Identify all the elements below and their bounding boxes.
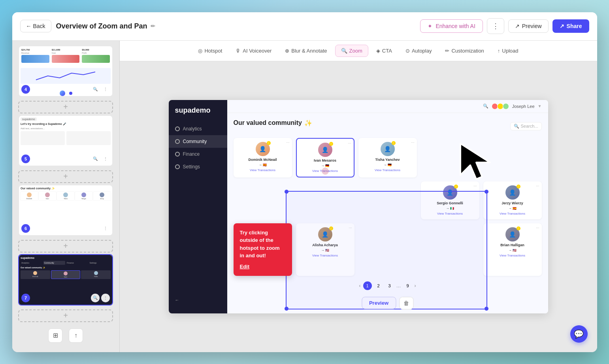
card-more-jerzy[interactable]: ··· [536,184,539,188]
page-1[interactable]: 1 [363,281,372,290]
main-area: $24,750 Revenue $11,689 Cost $9,069 Prof… [12,41,597,352]
header-right: ✦ Enhance with AI ⋮ ↗ Preview ↗ Share [420,18,589,34]
card-more-ivan[interactable]: ··· [348,141,351,145]
more-options-button[interactable]: ⋮ [487,18,504,34]
upload-button[interactable]: ↑ [69,328,83,343]
canvas-area[interactable]: supademo Analytics Community [120,61,597,352]
slide-zoom-icon-5[interactable]: 🔍 [91,155,100,163]
autoplay-tool-button[interactable]: ⊙ Autoplay [400,45,437,57]
add-slide-btn-after-4[interactable]: + [18,101,113,113]
badge-sergio: ⭐ [454,185,458,189]
zoom-handle-bl[interactable] [285,307,288,311]
edit-title-icon[interactable]: ✏ [151,23,155,29]
demo-logo: supademo [169,106,227,123]
chat-bubble[interactable]: 💬 [570,325,588,343]
add-slide-btn-after-6[interactable]: + [18,240,113,253]
zoom-icon: 🔍 [341,48,347,54]
name-dominik: Dominik McNeail [248,158,277,162]
page-next-arrow[interactable]: › [415,283,416,289]
demo-title-icon: ✨ [304,119,312,127]
card-more-dominik[interactable]: ··· [286,140,289,145]
avatar-tisha: 👤 ⭐ [381,142,395,156]
slide-more-icon-7[interactable]: ⋮ [101,294,110,302]
slide-more-icon[interactable]: ⋮ [101,85,110,94]
slide-item-6[interactable]: Our valued community ✨ Dominik Ivan [18,185,113,236]
slide-item-7[interactable]: supademo Analytics Community Finance Set… [18,254,113,306]
demo-nav-finance[interactable]: Finance [169,148,227,160]
person-card-brian: ··· 👤 ⭐ Brian Halligan → 🇺🇸 View Transac… [483,223,542,276]
slide-zoom-icon[interactable]: 🔍 [91,85,100,94]
finance-nav-label: Finance [183,151,200,157]
enhance-label: Enhance with AI [436,23,475,29]
link-sergio[interactable]: View Transactions [437,212,463,215]
tooltip-edit-link[interactable]: Edit [240,263,286,271]
demo-back-button[interactable]: ← [169,293,227,307]
back-button[interactable]: ← Back [20,20,51,32]
flag-tisha: → 🇩🇪 [383,163,391,167]
demo-nav-settings[interactable]: Settings [169,160,227,173]
customization-tool-button[interactable]: ✏ Customization [439,45,489,57]
ai-voiceover-tool-button[interactable]: 🎙 AI Voiceover [230,45,277,57]
card-more-brian[interactable]: ··· [536,226,539,230]
preview-icon: ↗ [515,23,520,29]
slide-more-icon-5[interactable]: ⋮ [101,155,110,163]
page-ellipsis: … [396,283,401,289]
preview-button[interactable]: ↗ Preview [508,19,549,33]
person-card-jerzy: ··· 👤 ⭐ Jerzy Wierzy → 🇪🇸 View Transacti… [483,181,542,219]
cta-tool-button[interactable]: ◈ CTA [371,45,398,57]
ai-voiceover-label: AI Voiceover [243,48,272,54]
search-icon: 🔍 [483,104,488,109]
slide-thumb-6: Our valued community ✨ Dominik Ivan [19,185,112,236]
link-dominik[interactable]: View Transactions [250,168,275,172]
demo-frame: supademo Analytics Community [169,100,548,313]
link-alisha[interactable]: View Transactions [312,254,338,257]
card-more-tisha[interactable]: ··· [411,140,414,145]
name-ivan: Ivan Mesaros [314,158,336,162]
slide-item-4[interactable]: $24,750 Revenue $11,689 Cost $9,069 Prof… [18,45,113,97]
header: ← Back Overview of Zoom and Pan ✏ ✦ Enha… [12,12,597,41]
preview-play-button[interactable]: Preview [362,297,396,309]
avatar-sergio: 👤 ⭐ [443,185,457,200]
demo-nav-community[interactable]: Community [169,135,227,148]
hotspot-tool-button[interactable]: ◎ Hotspot [192,45,228,57]
demo-nav-analytics[interactable]: Analytics [169,123,227,135]
finance-nav-icon [175,152,180,157]
customization-label: Customization [451,48,484,54]
flag-ivan: → 🇩🇪 [321,164,329,168]
blur-annotate-tool-button[interactable]: ⊕ Blur & Annotate [279,45,332,57]
content-area: ◎ Hotspot 🎙 AI Voiceover ⊕ Blur & Annota… [120,41,597,352]
page-prev-arrow[interactable]: ‹ [359,283,361,289]
slide-item-5[interactable]: supademo Let's try recording a Supademo … [18,115,113,166]
page-3[interactable]: 3 [385,281,394,290]
upload-tool-button[interactable]: ↑ Upload [492,45,524,57]
demo-content: Our valued community ✨ 🔍 Search... [227,113,548,297]
card-more-alisha[interactable]: ··· [349,226,352,230]
page-9[interactable]: 9 [403,281,412,290]
flag-jerzy: → 🇪🇸 [508,207,516,210]
enhance-button[interactable]: ✦ Enhance with AI [420,19,483,33]
hotspot-icon: ◎ [198,48,202,54]
card-more-sergio[interactable]: ··· [473,184,477,188]
page-2[interactable]: 2 [374,281,383,290]
preview-delete-button[interactable]: 🗑 [399,297,413,309]
zoom-tool-button[interactable]: 🔍 Zoom [335,45,368,57]
badge-dominik: ⭐ [267,141,271,145]
community-nav-label: Community [183,139,207,144]
share-label: Share [567,23,582,29]
grid-view-button[interactable]: ⊞ [48,328,62,343]
slide-more-icon-6[interactable]: ⋮ [101,224,110,233]
slide-actions-7: 🔍 ⋮ [91,294,110,302]
link-brian[interactable]: View Transactions [500,254,525,257]
slide-zoom-icon-7[interactable]: 🔍 [91,294,100,302]
slides-sidebar: $24,750 Revenue $11,689 Cost $9,069 Prof… [12,41,120,352]
toolbar: ◎ Hotspot 🎙 AI Voiceover ⊕ Blur & Annota… [120,41,597,61]
preview-controls: Preview 🗑 [362,297,413,309]
sidebar-bottom: ⊞ ↑ [43,324,88,347]
link-tisha[interactable]: View Transactions [375,168,400,172]
add-slide-btn-after-5[interactable]: + [18,170,113,183]
link-jerzy[interactable]: View Transactions [500,212,525,215]
zoom-handle-br[interactable] [485,307,488,311]
share-button[interactable]: ↗ Share [552,19,589,33]
add-slide-btn-after-7[interactable]: + [18,309,113,322]
upload-label: Upload [502,48,518,54]
